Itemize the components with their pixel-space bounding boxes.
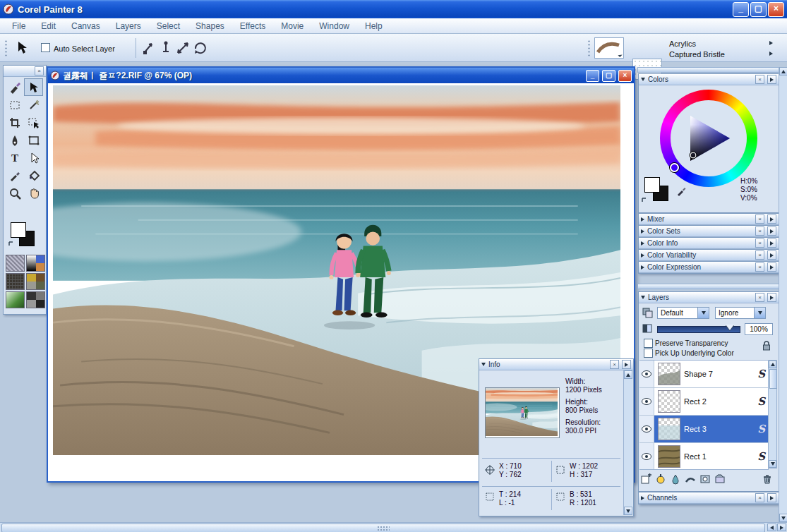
- dropper-tool[interactable]: [5, 167, 24, 184]
- dynamic-plugin-button[interactable]: [655, 473, 666, 485]
- collapse-icon[interactable]: [641, 78, 645, 81]
- lock-icon[interactable]: [762, 340, 771, 351]
- layers-header[interactable]: Layers ×: [639, 292, 779, 303]
- brush-selector-grip[interactable]: [587, 40, 591, 56]
- color-variability-header[interactable]: Color Variability×: [639, 250, 779, 261]
- maximize-button[interactable]: ▢: [750, 2, 767, 17]
- dropdown-arrow-icon[interactable]: [697, 308, 709, 318]
- brush-tool[interactable]: [5, 78, 24, 96]
- menu-effects[interactable]: Effects: [232, 19, 273, 33]
- horizontal-scrollbar[interactable]: [0, 522, 787, 532]
- visibility-toggle[interactable]: [639, 443, 654, 470]
- doc-minimize-button[interactable]: _: [586, 70, 599, 82]
- visibility-toggle[interactable]: [639, 416, 654, 442]
- shape-selection-tool[interactable]: [24, 149, 43, 167]
- paint-bucket-tool[interactable]: [24, 167, 43, 184]
- brush-category-label[interactable]: Acrylics: [669, 40, 696, 48]
- color-info-menu-icon[interactable]: [767, 238, 776, 248]
- composite-method-dropdown[interactable]: Default: [657, 307, 709, 319]
- opacity-slider-thumb[interactable]: [726, 325, 734, 334]
- crop-tool[interactable]: [5, 114, 24, 131]
- magnifier-tool[interactable]: [5, 184, 24, 202]
- color-swatches[interactable]: [644, 177, 670, 202]
- hue-marker[interactable]: [670, 163, 679, 172]
- layer-name[interactable]: Rect 2: [684, 397, 707, 406]
- info-close-icon[interactable]: ×: [610, 360, 619, 369]
- visibility-toggle[interactable]: [639, 388, 654, 415]
- color-variability-close-icon[interactable]: ×: [755, 250, 764, 260]
- new-watercolor-layer-button[interactable]: [670, 473, 681, 485]
- visibility-toggle[interactable]: [639, 361, 654, 387]
- weave-selector[interactable]: [6, 273, 25, 290]
- close-button[interactable]: ×: [768, 2, 784, 17]
- minimize-button[interactable]: _: [733, 2, 749, 17]
- channels-header[interactable]: Channels ×: [639, 492, 779, 504]
- mixer-header[interactable]: Mixer×: [639, 214, 779, 225]
- opacity-value[interactable]: 100%: [745, 323, 773, 335]
- scrollbar-thumb[interactable]: [1, 524, 765, 532]
- color-expression-close-icon[interactable]: ×: [755, 262, 764, 272]
- layer-name[interactable]: Shape 7: [684, 370, 713, 378]
- brush-category-arrow-icon[interactable]: [769, 41, 773, 45]
- toolbox-close-icon[interactable]: ×: [35, 66, 44, 75]
- rect-select-tool[interactable]: [5, 96, 24, 114]
- layer-row-rect2[interactable]: Rect 2 S: [639, 388, 768, 416]
- auto-select-layer-checkbox[interactable]: [41, 43, 50, 54]
- info-scrollbar[interactable]: [623, 370, 632, 515]
- color-sets-menu-icon[interactable]: [767, 226, 776, 236]
- gradient-selector[interactable]: [26, 255, 45, 272]
- scale-tool-icon[interactable]: [175, 40, 191, 56]
- scroll-right-button[interactable]: [777, 524, 786, 531]
- scroll-left-button[interactable]: [767, 524, 776, 531]
- layer-thumbnail[interactable]: [658, 418, 680, 440]
- rect-shape-tool[interactable]: [24, 131, 43, 149]
- new-layer-button[interactable]: [640, 473, 651, 485]
- color-info-close-icon[interactable]: ×: [755, 238, 764, 248]
- anchor-tool-icon[interactable]: [158, 40, 174, 56]
- colors-menu-icon[interactable]: [767, 75, 776, 84]
- dock-splitter-top[interactable]: [637, 67, 779, 73]
- preserve-transparency-checkbox[interactable]: [644, 339, 653, 349]
- swap-colors-icon[interactable]: [8, 241, 15, 248]
- brush-stroke-preview[interactable]: [594, 37, 624, 59]
- menu-file[interactable]: File: [4, 19, 33, 33]
- transform-tool-icon[interactable]: [141, 40, 157, 56]
- info-header[interactable]: Info ×: [479, 359, 633, 370]
- menu-select[interactable]: Select: [149, 19, 188, 33]
- doc-maximize-button[interactable]: ▢: [602, 70, 615, 82]
- menu-help[interactable]: Help: [357, 19, 390, 33]
- layer-name[interactable]: Rect 1: [684, 452, 707, 461]
- group-layers-button[interactable]: [714, 473, 726, 485]
- toolbox-header[interactable]: ×: [4, 66, 46, 77]
- expand-icon[interactable]: [641, 229, 644, 234]
- layer-row-rect1[interactable]: Rect 1 S: [639, 443, 768, 470]
- swap-colors-icon[interactable]: [641, 197, 648, 204]
- text-tool[interactable]: T: [5, 149, 24, 167]
- color-expression-header[interactable]: Color Expression×: [639, 262, 779, 273]
- brush-variant-label[interactable]: Captured Bristle: [669, 50, 725, 59]
- color-expression-menu-icon[interactable]: [767, 262, 776, 272]
- look-selector[interactable]: [26, 273, 45, 290]
- color-sets-close-icon[interactable]: ×: [755, 226, 764, 236]
- composite-depth-dropdown[interactable]: Ignore: [715, 307, 766, 319]
- layers-menu-icon[interactable]: [767, 293, 776, 302]
- checkbox-box[interactable]: [41, 43, 50, 52]
- layer-row-shape7[interactable]: Shape 7 S: [639, 361, 768, 388]
- dock-splitter-middle[interactable]: [637, 284, 779, 289]
- sv-triangle[interactable]: [671, 100, 747, 176]
- selection-adjuster-tool[interactable]: [24, 114, 43, 131]
- menu-shapes[interactable]: Shapes: [188, 19, 232, 33]
- info-menu-icon[interactable]: [622, 360, 631, 369]
- scrollbar-thumb[interactable]: [769, 369, 777, 389]
- pick-up-underlying-color-checkbox[interactable]: [644, 349, 653, 359]
- expand-icon[interactable]: [641, 241, 644, 246]
- grabber-tool[interactable]: [24, 184, 43, 202]
- menu-canvas[interactable]: Canvas: [64, 19, 108, 33]
- new-layer-mask-button[interactable]: [699, 473, 711, 485]
- dropper-icon[interactable]: [675, 186, 687, 197]
- expand-icon[interactable]: [641, 253, 644, 258]
- mixer-close-icon[interactable]: ×: [755, 214, 764, 224]
- menu-edit[interactable]: Edit: [33, 19, 64, 33]
- main-color-swatches[interactable]: [11, 222, 36, 248]
- layer-list-scrollbar[interactable]: [768, 360, 777, 468]
